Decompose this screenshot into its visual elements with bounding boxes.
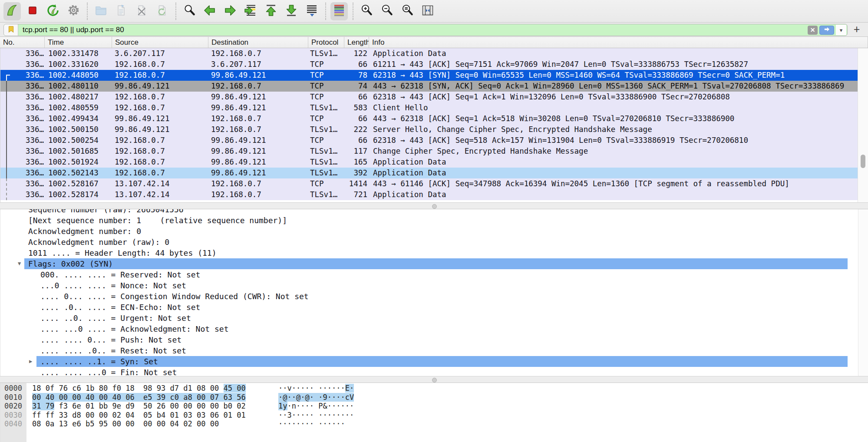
packet-cell-no: 336…: [0, 189, 44, 200]
detail-row[interactable]: Acknowledgment number (raw): 0: [0, 237, 858, 247]
splitter-grip-icon: [432, 204, 437, 209]
hex-row[interactable]: 004008 0a 13 e6 b5 95 00 00 00 00 04 02 …: [0, 419, 868, 429]
packet-row[interactable]: 336…1002.52817413.107.42.14192.168.0.7TL…: [0, 189, 858, 200]
first-packet-button[interactable]: [262, 2, 280, 20]
detail-row[interactable]: .... .... .0.. = Reset: Not set: [0, 345, 858, 356]
zoom-original-button[interactable]: [399, 2, 416, 20]
resize-columns-button[interactable]: [419, 2, 436, 20]
packet-row[interactable]: 336…1002.500254192.168.0.799.86.49.121TC…: [0, 135, 858, 146]
splitter-list-details[interactable]: [0, 202, 868, 209]
go-forward-button[interactable]: [221, 2, 239, 20]
reload-file-button[interactable]: [153, 2, 171, 20]
packet-row[interactable]: 336…1002.331620192.168.0.73.6.207.117TCP…: [0, 59, 858, 70]
selected-field-highlight: [36, 356, 848, 367]
zoom-in-button[interactable]: [358, 2, 375, 20]
filter-dropdown-caret[interactable]: ▾: [836, 25, 846, 35]
filter-clear-button[interactable]: ✕: [808, 26, 818, 35]
details-scrollbar[interactable]: [858, 209, 868, 376]
packet-cell-time: 1002.499434: [48, 113, 113, 124]
detail-row[interactable]: ▼Flags: 0x002 (SYN): [0, 258, 858, 269]
capture-options-button[interactable]: [65, 2, 82, 20]
packet-cell-proto: TLSv1…: [310, 102, 344, 113]
last-packet-button[interactable]: [283, 2, 300, 20]
colorize-button[interactable]: [330, 2, 348, 20]
packet-row[interactable]: 336…1002.48011099.86.49.121192.168.0.7TC…: [0, 81, 858, 92]
start-capture-button[interactable]: [3, 2, 21, 20]
column-header-length[interactable]: Length: [344, 37, 369, 48]
column-header-time[interactable]: Time: [45, 37, 112, 48]
detail-row[interactable]: ...0 .... .... = Nonce: Not set: [0, 280, 858, 291]
filter-input[interactable]: tcp.port == 80 || udp.port == 80: [18, 24, 808, 36]
go-to-packet-button[interactable]: [242, 2, 259, 20]
detail-row[interactable]: 000. .... .... = Reserved: Not set: [0, 269, 858, 280]
packet-cell-len: 392: [344, 168, 367, 178]
packet-cell-no: 336…: [0, 102, 44, 113]
packet-list-header: No.TimeSourceDestinationProtocolLengthIn…: [0, 37, 868, 48]
stop-capture-button[interactable]: [24, 2, 41, 20]
packet-row[interactable]: 336…1002.3314783.6.207.117192.168.0.7TLS…: [0, 48, 858, 59]
packet-row[interactable]: 336…1002.501924192.168.0.799.86.49.121TL…: [0, 157, 858, 168]
hex-ascii: ··3····· ········: [278, 411, 354, 420]
packet-cell-src: 192.168.0.7: [115, 92, 208, 102]
packet-row[interactable]: 336…1002.501685192.168.0.799.86.49.121TL…: [0, 146, 858, 157]
detail-row[interactable]: .... ...0 .... = Acknowledgment: Not set: [0, 323, 858, 334]
column-header-destination[interactable]: Destination: [208, 37, 308, 48]
display-filter-field[interactable]: tcp.port == 80 || udp.port == 80 ✕ ▾: [3, 24, 848, 36]
hex-row[interactable]: 001000 40 00 00 40 00 40 06 e5 39 c0 a8 …: [0, 393, 868, 402]
save-file-button[interactable]: [112, 2, 130, 20]
detail-row[interactable]: .... ..0. .... = Urgent: Not set: [0, 313, 858, 323]
column-header-no[interactable]: No.: [0, 37, 45, 48]
detail-row[interactable]: .... .... ...0 = Fin: Not set: [0, 367, 858, 376]
column-header-label: Time: [48, 38, 64, 47]
expander-down-icon[interactable]: ▼: [18, 258, 21, 269]
packet-row[interactable]: 336…1002.52816713.107.42.14192.168.0.7TC…: [0, 178, 858, 189]
zoom-out-button[interactable]: [378, 2, 396, 20]
detail-row[interactable]: .... .0.. .... = ECN-Echo: Not set: [0, 302, 858, 313]
hex-bytes: 00 40 00 00 40 00 40 06 e5 39 c0 a8 00 0…: [32, 393, 246, 402]
packet-list-scrollbar[interactable]: [858, 48, 868, 202]
wireshark-window: tcp.port == 80 || udp.port == 80 ✕ ▾ + N…: [0, 0, 868, 442]
apply-arrow-icon: [822, 26, 832, 34]
packet-row[interactable]: 336…1002.50015099.86.49.121192.168.0.7TL…: [0, 124, 858, 135]
packet-cell-time: 1002.501924: [48, 157, 113, 168]
auto-scroll-button[interactable]: [303, 2, 320, 20]
packet-cell-time: 1002.500150: [48, 124, 113, 135]
restart-capture-button[interactable]: [44, 2, 62, 20]
hex-row[interactable]: 0030ff ff 33 d8 00 00 02 04 05 b4 01 03 …: [0, 411, 868, 420]
splitter-details-hex[interactable]: [0, 376, 868, 383]
column-header-info[interactable]: Info: [369, 37, 868, 48]
packet-row[interactable]: 336…1002.448050192.168.0.799.86.49.121TC…: [0, 70, 858, 81]
scrollbar-thumb[interactable]: [861, 155, 865, 168]
close-file-button[interactable]: [133, 2, 150, 20]
packet-row[interactable]: 336…1002.502143192.168.0.799.86.49.121TL…: [0, 168, 858, 178]
wireshark-fin-icon: [5, 3, 19, 19]
packet-cell-info: 443 → 62318 [SYN, ACK] Seq=0 Ack=1 Win=2…: [373, 81, 858, 92]
packet-row[interactable]: 336…1002.480559192.168.0.799.86.49.121TL…: [0, 102, 858, 113]
detail-row[interactable]: Acknowledgment number: 0: [0, 226, 858, 237]
packet-row[interactable]: 336…1002.49943499.86.49.121192.168.0.7TC…: [0, 113, 858, 124]
packet-cell-no: 336…: [0, 48, 44, 59]
detail-row[interactable]: [Next sequence number: 1 (relative seque…: [0, 215, 858, 226]
hex-row[interactable]: 002031 79 f3 6e 01 bb 9e d9 50 26 00 00 …: [0, 402, 868, 411]
detail-row[interactable]: 1011 .... = Header Length: 44 bytes (11): [0, 247, 858, 258]
column-header-protocol[interactable]: Protocol: [308, 37, 344, 48]
hex-ascii: ········ ······: [278, 419, 345, 429]
hex-bytes: 18 0f 76 c6 1b 80 f0 18 98 93 d7 d1 08 0…: [32, 384, 246, 393]
detail-row[interactable]: .... .... 0... = Push: Not set: [0, 334, 858, 345]
packet-row[interactable]: 336…1002.480217192.168.0.799.86.49.121TC…: [0, 92, 858, 102]
hex-row[interactable]: 000018 0f 76 c6 1b 80 f0 18 98 93 d7 d1 …: [0, 384, 868, 393]
detail-row[interactable]: Sequence number (raw): 2665041556: [0, 209, 858, 215]
go-back-button[interactable]: [201, 2, 218, 20]
expander-right-icon[interactable]: ▶: [29, 356, 32, 367]
detail-row[interactable]: ▶.... .... ..1. = Syn: Set: [0, 356, 858, 367]
detail-row[interactable]: .... 0... .... = Congestion Window Reduc…: [0, 291, 858, 302]
packet-cell-src: 3.6.207.117: [115, 48, 208, 59]
column-header-source[interactable]: Source: [112, 37, 208, 48]
find-packet-button[interactable]: [181, 2, 198, 20]
filter-add-button[interactable]: +: [851, 23, 862, 35]
filter-apply-button[interactable]: [819, 26, 834, 35]
filter-bookmark-button[interactable]: [4, 24, 18, 36]
open-file-button[interactable]: [92, 2, 109, 20]
packet-cell-proto: TLSv1…: [310, 124, 344, 135]
column-header-label: Destination: [211, 38, 248, 47]
